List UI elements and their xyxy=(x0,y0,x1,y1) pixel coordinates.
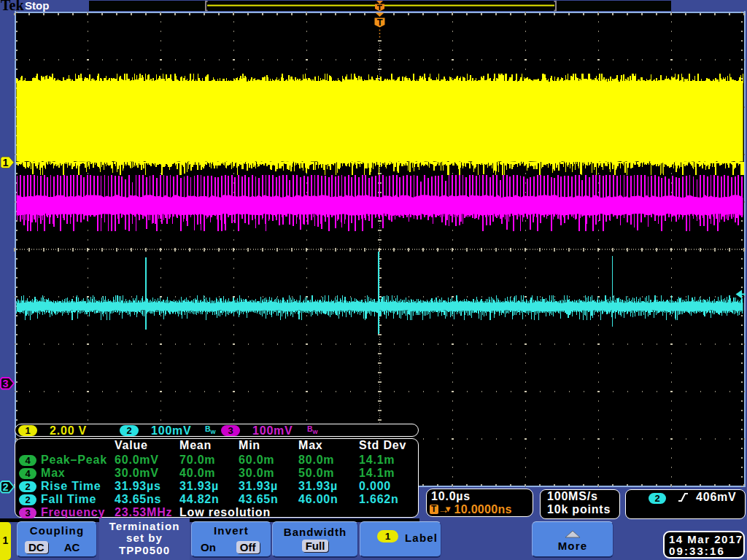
svg-text:2: 2 xyxy=(2,481,8,493)
svg-text:T: T xyxy=(377,17,383,28)
svg-text:1: 1 xyxy=(2,157,8,168)
svg-text:3: 3 xyxy=(2,378,8,389)
